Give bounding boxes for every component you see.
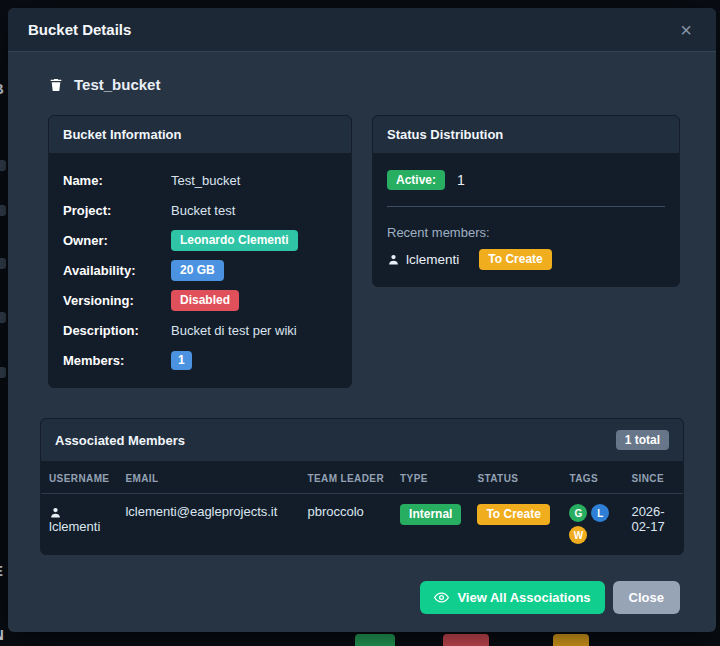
background-icon-fragment (0, 367, 6, 378)
bucket-information-card: Bucket Information Name: Test_bucket Pro… (48, 115, 352, 388)
eye-icon (434, 590, 449, 605)
background-badge-fragment (443, 634, 489, 646)
modal-header: Bucket Details × (8, 8, 716, 52)
column-username: USERNAME (41, 462, 117, 494)
bucket-information-body: Name: Test_bucket Project: Bucket test O… (49, 154, 351, 387)
associated-members-card: Associated Members 1 total USERNAME EMAI… (40, 418, 684, 555)
member-type-cell: Internal (392, 494, 469, 555)
screen: B E N Bucket Details × Test_bucket (0, 0, 720, 646)
bucket-information-header: Bucket Information (49, 116, 351, 154)
info-value: Bucket test (171, 203, 235, 218)
member-status-cell: To Create (469, 494, 561, 555)
bucket-heading: Test_bucket (48, 76, 684, 93)
background-icon-fragment (0, 205, 6, 216)
column-email: EMAIL (117, 462, 299, 494)
background-badge-fragment (355, 634, 395, 646)
column-status: STATUS (469, 462, 561, 494)
member-team-leader-cell: pbroccolo (299, 494, 392, 555)
tag-badge: L (591, 504, 609, 522)
person-icon (49, 506, 62, 519)
info-row-description: Description: Bucket di test per wiki (63, 320, 337, 341)
info-label: Project: (63, 203, 171, 218)
info-row-owner: Owner: Leonardo Clementi (63, 230, 337, 251)
column-since: SINCE (623, 462, 683, 494)
modal-title: Bucket Details (28, 21, 131, 38)
tag-badge: W (569, 526, 587, 544)
bucket-icon (48, 77, 64, 93)
tag-badge: G (569, 504, 587, 522)
bucket-name: Test_bucket (74, 76, 160, 93)
status-distribution-title: Status Distribution (387, 127, 503, 142)
status-distribution-body: Active: 1 Recent members: lclementi To C… (373, 154, 679, 286)
info-row-versioning: Versioning: Disabled (63, 290, 337, 311)
close-icon[interactable]: × (676, 18, 696, 42)
recent-member-status-badge: To Create (479, 249, 551, 269)
type-badge: Internal (400, 504, 461, 524)
total-count-badge: 1 total (616, 430, 669, 450)
availability-badge: 20 GB (171, 260, 224, 280)
background-icon-fragment (0, 160, 6, 171)
modal-footer: View All Associations Close (40, 581, 680, 614)
info-label: Description: (63, 323, 171, 338)
info-label: Versioning: (63, 293, 171, 308)
status-badge: To Create (477, 504, 549, 524)
owner-badge: Leonardo Clementi (171, 230, 298, 250)
member-tags-cell: G L W (561, 494, 623, 555)
info-value: Test_bucket (171, 173, 240, 188)
table-row[interactable]: lclementi lclementi@eagleprojects.it pbr… (41, 494, 683, 555)
modal-body: Test_bucket Bucket Information Name: Tes… (8, 52, 716, 632)
background-icon-fragment (0, 312, 6, 323)
view-all-associations-button[interactable]: View All Associations (420, 581, 604, 614)
status-distribution-card: Status Distribution Active: 1 Recent mem… (372, 115, 680, 287)
members-count-badge: 1 (171, 351, 192, 369)
active-status-row: Active: 1 (387, 170, 665, 190)
status-distribution-header: Status Distribution (373, 116, 679, 154)
recent-member-name: lclementi (406, 252, 459, 267)
member-since-cell: 2026-02-17 (623, 494, 683, 555)
info-row-availability: Availability: 20 GB (63, 260, 337, 281)
info-label: Members: (63, 353, 171, 368)
recent-members-label: Recent members: (387, 225, 665, 240)
info-row-project: Project: Bucket test (63, 200, 337, 221)
info-row-members: Members: 1 (63, 350, 337, 371)
associated-members-header: Associated Members 1 total (41, 419, 683, 462)
background-icon-fragment (0, 258, 6, 269)
active-badge: Active: (387, 170, 445, 190)
background-badge-fragment (553, 634, 589, 646)
table-header-row: USERNAME EMAIL TEAM LEADER TYPE STATUS T… (41, 462, 683, 494)
column-tags: TAGS (561, 462, 623, 494)
member-email-cell: lclementi@eagleprojects.it (117, 494, 299, 555)
info-row-name: Name: Test_bucket (63, 170, 337, 191)
associated-members-title: Associated Members (55, 433, 185, 448)
bucket-details-modal: Bucket Details × Test_bucket Bucket Info… (8, 8, 716, 632)
member-username-cell: lclementi (41, 494, 117, 555)
active-count: 1 (457, 172, 465, 188)
info-label: Name: (63, 173, 171, 188)
recent-member-row: lclementi To Create (387, 249, 665, 269)
close-button[interactable]: Close (613, 581, 680, 614)
cards-row: Bucket Information Name: Test_bucket Pro… (48, 115, 680, 388)
column-type: TYPE (392, 462, 469, 494)
column-team-leader: TEAM LEADER (299, 462, 392, 494)
members-table: USERNAME EMAIL TEAM LEADER TYPE STATUS T… (41, 462, 683, 554)
member-username: lclementi (49, 519, 100, 534)
versioning-badge: Disabled (171, 290, 239, 310)
divider (387, 206, 665, 207)
view-all-associations-label: View All Associations (457, 590, 590, 605)
person-icon (387, 253, 400, 266)
bucket-information-title: Bucket Information (63, 127, 181, 142)
info-value: Bucket di test per wiki (171, 323, 297, 338)
info-label: Availability: (63, 263, 171, 278)
info-label: Owner: (63, 233, 171, 248)
